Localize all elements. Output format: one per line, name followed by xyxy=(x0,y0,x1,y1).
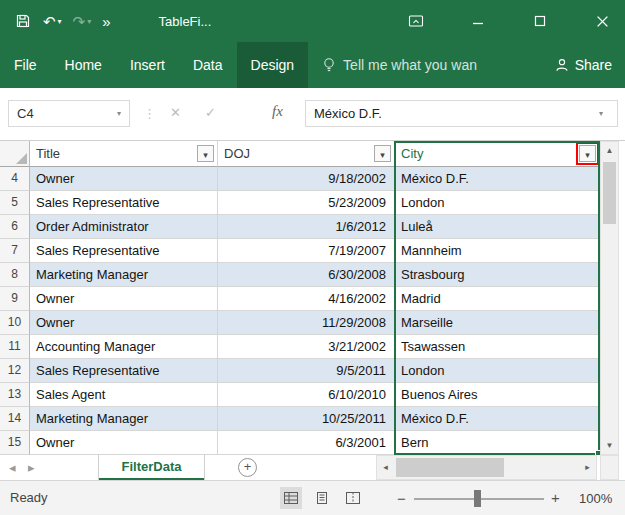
cell-doj[interactable]: 9/18/2002 xyxy=(218,167,395,191)
cell-doj[interactable]: 5/23/2009 xyxy=(218,191,395,215)
close-button[interactable] xyxy=(593,12,611,30)
share-button[interactable]: Share xyxy=(555,57,612,73)
cell-city[interactable]: México D.F. xyxy=(395,407,600,431)
filter-button-city[interactable]: ▾ xyxy=(579,145,596,162)
tab-design[interactable]: Design xyxy=(237,42,309,88)
horizontal-scrollbar[interactable]: ◂ ▸ xyxy=(376,455,597,480)
cell-doj[interactable]: 10/25/2011 xyxy=(218,407,395,431)
redo-dropdown-icon[interactable]: ▾ xyxy=(87,17,91,26)
insert-function-icon[interactable]: fx xyxy=(272,103,283,120)
maximize-button[interactable] xyxy=(531,12,549,30)
row-number[interactable]: 8 xyxy=(0,263,30,287)
cell-city[interactable]: Mannheim xyxy=(395,239,600,263)
scroll-right-icon[interactable]: ▸ xyxy=(579,456,596,479)
cell-title[interactable]: Owner xyxy=(30,431,218,455)
row-number[interactable]: 11 xyxy=(0,335,30,359)
tab-file[interactable]: File xyxy=(0,42,51,88)
cell-city[interactable]: Luleå xyxy=(395,215,600,239)
formula-input[interactable]: México D.F. ▾ xyxy=(305,100,618,127)
cell-doj[interactable]: 6/10/2010 xyxy=(218,383,395,407)
zoom-in-icon[interactable]: + xyxy=(551,489,560,506)
tab-home[interactable]: Home xyxy=(51,42,116,88)
cell-doj[interactable]: 7/19/2007 xyxy=(218,239,395,263)
cell-doj[interactable]: 11/29/2008 xyxy=(218,311,395,335)
select-all-triangle-icon xyxy=(16,153,27,164)
scroll-down-icon[interactable]: ▼ xyxy=(601,437,618,454)
scroll-up-icon[interactable]: ▲ xyxy=(601,142,618,159)
column-header-city[interactable]: City ▾ xyxy=(395,141,600,167)
undo-button[interactable]: ↶ ▾ xyxy=(43,14,62,29)
page-break-preview-button[interactable] xyxy=(342,487,364,509)
name-box[interactable]: C4 ▾ xyxy=(8,100,130,127)
row-number[interactable]: 15 xyxy=(0,431,30,455)
row-number[interactable]: 9 xyxy=(0,287,30,311)
cell-doj[interactable]: 4/16/2002 xyxy=(218,287,395,311)
cell-city[interactable]: Marseille xyxy=(395,311,600,335)
cell-title[interactable]: Sales Representative xyxy=(30,191,218,215)
cell-title[interactable]: Sales Representative xyxy=(30,239,218,263)
cell-title[interactable]: Owner xyxy=(30,311,218,335)
cell-title[interactable]: Marketing Manager xyxy=(30,263,218,287)
cell-city[interactable]: London xyxy=(395,191,600,215)
row-number[interactable]: 4 xyxy=(0,167,30,191)
save-button[interactable] xyxy=(14,12,32,30)
cell-city[interactable]: México D.F. xyxy=(395,167,600,191)
cell-city[interactable]: Strasbourg xyxy=(395,263,600,287)
undo-dropdown-icon[interactable]: ▾ xyxy=(58,17,62,26)
sheet-nav-right-icon[interactable]: ▸ xyxy=(28,455,35,480)
tab-insert[interactable]: Insert xyxy=(116,42,179,88)
cell-doj[interactable]: 6/3/2001 xyxy=(218,431,395,455)
cell-doj[interactable]: 9/5/2011 xyxy=(218,359,395,383)
new-sheet-button[interactable]: + xyxy=(238,458,257,477)
cell-doj[interactable]: 1/6/2012 xyxy=(218,215,395,239)
page-layout-view-button[interactable] xyxy=(311,487,333,509)
redo-button[interactable]: ↷ ▾ xyxy=(73,14,92,29)
qat-more-commands-icon[interactable]: » xyxy=(102,14,110,29)
cell-city[interactable]: Buenos Aires xyxy=(395,383,600,407)
row-number[interactable]: 7 xyxy=(0,239,30,263)
normal-view-button[interactable] xyxy=(280,487,302,509)
formula-bar-expand-icon[interactable]: ▾ xyxy=(599,109,617,118)
cell-title[interactable]: Owner xyxy=(30,287,218,311)
filter-button-title[interactable]: ▾ xyxy=(197,145,214,162)
cell-title[interactable]: Marketing Manager xyxy=(30,407,218,431)
minimize-button[interactable] xyxy=(469,12,487,30)
cell-title[interactable]: Accounting Manager xyxy=(30,335,218,359)
row-number[interactable]: 6 xyxy=(0,215,30,239)
cell-title[interactable]: Sales Agent xyxy=(30,383,218,407)
zoom-level[interactable]: 100% xyxy=(579,491,612,506)
scroll-left-icon[interactable]: ◂ xyxy=(377,456,394,479)
row-number[interactable]: 5 xyxy=(0,191,30,215)
column-header-doj[interactable]: DOJ ▾ xyxy=(218,141,395,167)
vertical-scrollbar-thumb[interactable] xyxy=(603,162,616,224)
cell-doj[interactable]: 3/21/2002 xyxy=(218,335,395,359)
select-all-corner[interactable] xyxy=(0,141,30,167)
vertical-scrollbar[interactable]: ▲ ▼ xyxy=(600,141,619,455)
row-number[interactable]: 13 xyxy=(0,383,30,407)
cell-city[interactable]: Tsawassen xyxy=(395,335,600,359)
confirm-entry-icon[interactable]: ✓ xyxy=(205,105,216,120)
sheet-nav-left-icon[interactable]: ◂ xyxy=(9,455,16,480)
ribbon-display-options-button[interactable] xyxy=(407,12,425,30)
sheet-tab-filterdata[interactable]: FilterData xyxy=(98,455,205,480)
cell-city[interactable]: Bern xyxy=(395,431,600,455)
column-header-title[interactable]: Title ▾ xyxy=(30,141,218,167)
row-number[interactable]: 10 xyxy=(0,311,30,335)
cell-city[interactable]: Madrid xyxy=(395,287,600,311)
name-box-dropdown-icon[interactable]: ▾ xyxy=(109,109,129,118)
horizontal-scrollbar-thumb[interactable] xyxy=(396,458,504,477)
row-number[interactable]: 14 xyxy=(0,407,30,431)
row-number[interactable]: 12 xyxy=(0,359,30,383)
filter-button-doj[interactable]: ▾ xyxy=(374,145,391,162)
cell-city[interactable]: London xyxy=(395,359,600,383)
formula-bar-splitter-icon[interactable]: ⋮ xyxy=(143,106,156,121)
tab-data[interactable]: Data xyxy=(179,42,237,88)
cell-title[interactable]: Order Administrator xyxy=(30,215,218,239)
zoom-out-icon[interactable]: − xyxy=(397,490,406,507)
cell-doj[interactable]: 6/30/2008 xyxy=(218,263,395,287)
cell-title[interactable]: Sales Representative xyxy=(30,359,218,383)
cancel-entry-icon[interactable]: ✕ xyxy=(170,105,181,120)
cell-title[interactable]: Owner xyxy=(30,167,218,191)
zoom-slider-thumb[interactable] xyxy=(474,490,481,507)
tell-me-box[interactable]: Tell me what you wan xyxy=(322,57,477,73)
